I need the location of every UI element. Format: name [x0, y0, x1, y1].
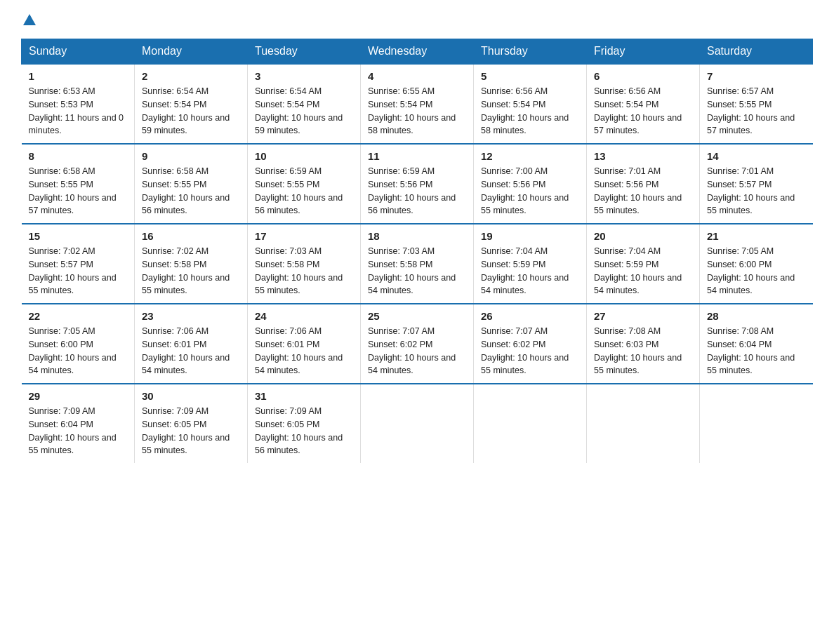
day-cell: 27 Sunrise: 7:08 AMSunset: 6:03 PMDaylig…	[587, 304, 700, 384]
day-number: 1	[29, 70, 128, 82]
day-info: Sunrise: 7:09 AMSunset: 6:05 PMDaylight:…	[255, 406, 343, 455]
day-cell: 4 Sunrise: 6:55 AMSunset: 5:54 PMDayligh…	[361, 64, 474, 144]
day-info: Sunrise: 7:03 AMSunset: 5:58 PMDaylight:…	[255, 246, 343, 295]
day-number: 21	[707, 230, 806, 242]
day-number: 17	[255, 230, 353, 242]
day-cell: 31 Sunrise: 7:09 AMSunset: 6:05 PMDaylig…	[248, 384, 361, 463]
day-cell: 8 Sunrise: 6:58 AMSunset: 5:55 PMDayligh…	[22, 144, 135, 224]
day-cell: 22 Sunrise: 7:05 AMSunset: 6:00 PMDaylig…	[22, 304, 135, 384]
day-cell: 5 Sunrise: 6:56 AMSunset: 5:54 PMDayligh…	[474, 64, 587, 144]
day-info: Sunrise: 7:07 AMSunset: 6:02 PMDaylight:…	[481, 326, 569, 375]
day-cell	[361, 384, 474, 463]
day-number: 19	[481, 230, 579, 242]
day-cell: 25 Sunrise: 7:07 AMSunset: 6:02 PMDaylig…	[361, 304, 474, 384]
day-cell: 9 Sunrise: 6:58 AMSunset: 5:55 PMDayligh…	[135, 144, 248, 224]
day-info: Sunrise: 7:05 AMSunset: 6:00 PMDaylight:…	[707, 246, 795, 295]
day-info: Sunrise: 6:58 AMSunset: 5:55 PMDaylight:…	[29, 166, 117, 215]
day-number: 6	[594, 70, 692, 82]
day-cell: 24 Sunrise: 7:06 AMSunset: 6:01 PMDaylig…	[248, 304, 361, 384]
col-header-thursday: Thursday	[474, 39, 587, 65]
day-cell: 20 Sunrise: 7:04 AMSunset: 5:59 PMDaylig…	[587, 224, 700, 304]
day-info: Sunrise: 7:08 AMSunset: 6:04 PMDaylight:…	[707, 326, 795, 375]
day-number: 29	[29, 390, 128, 402]
day-number: 8	[29, 150, 128, 162]
day-number: 26	[481, 310, 579, 322]
day-cell: 14 Sunrise: 7:01 AMSunset: 5:57 PMDaylig…	[700, 144, 813, 224]
day-number: 23	[142, 310, 240, 322]
day-cell: 17 Sunrise: 7:03 AMSunset: 5:58 PMDaylig…	[248, 224, 361, 304]
day-number: 14	[707, 150, 806, 162]
day-cell: 18 Sunrise: 7:03 AMSunset: 5:58 PMDaylig…	[361, 224, 474, 304]
day-number: 7	[707, 70, 806, 82]
day-number: 27	[594, 310, 692, 322]
day-info: Sunrise: 6:59 AMSunset: 5:55 PMDaylight:…	[255, 166, 343, 215]
col-header-friday: Friday	[587, 39, 700, 65]
day-number: 24	[255, 310, 353, 322]
day-number: 30	[142, 390, 240, 402]
day-info: Sunrise: 7:07 AMSunset: 6:02 PMDaylight:…	[368, 326, 456, 375]
week-row-4: 22 Sunrise: 7:05 AMSunset: 6:00 PMDaylig…	[22, 304, 813, 384]
day-number: 5	[481, 70, 579, 82]
week-row-1: 1 Sunrise: 6:53 AMSunset: 5:53 PMDayligh…	[22, 64, 813, 144]
day-number: 11	[368, 150, 466, 162]
page-header	[21, 14, 813, 26]
day-cell: 15 Sunrise: 7:02 AMSunset: 5:57 PMDaylig…	[22, 224, 135, 304]
day-info: Sunrise: 6:54 AMSunset: 5:54 PMDaylight:…	[142, 86, 230, 135]
day-number: 18	[368, 230, 466, 242]
day-number: 4	[368, 70, 466, 82]
day-number: 12	[481, 150, 579, 162]
day-info: Sunrise: 7:08 AMSunset: 6:03 PMDaylight:…	[594, 326, 682, 375]
day-info: Sunrise: 7:06 AMSunset: 6:01 PMDaylight:…	[142, 326, 230, 375]
day-number: 25	[368, 310, 466, 322]
week-row-5: 29 Sunrise: 7:09 AMSunset: 6:04 PMDaylig…	[22, 384, 813, 463]
day-info: Sunrise: 7:03 AMSunset: 5:58 PMDaylight:…	[368, 246, 456, 295]
col-header-tuesday: Tuesday	[248, 39, 361, 65]
day-number: 31	[255, 390, 353, 402]
day-info: Sunrise: 7:01 AMSunset: 5:57 PMDaylight:…	[707, 166, 795, 215]
calendar-table: SundayMondayTuesdayWednesdayThursdayFrid…	[21, 39, 813, 463]
day-cell	[700, 384, 813, 463]
day-cell: 16 Sunrise: 7:02 AMSunset: 5:58 PMDaylig…	[135, 224, 248, 304]
day-cell: 28 Sunrise: 7:08 AMSunset: 6:04 PMDaylig…	[700, 304, 813, 384]
day-info: Sunrise: 7:06 AMSunset: 6:01 PMDaylight:…	[255, 326, 343, 375]
logo-icon	[21, 14, 36, 26]
day-cell: 11 Sunrise: 6:59 AMSunset: 5:56 PMDaylig…	[361, 144, 474, 224]
day-number: 28	[707, 310, 806, 322]
col-header-saturday: Saturday	[700, 39, 813, 65]
day-cell	[474, 384, 587, 463]
day-cell: 26 Sunrise: 7:07 AMSunset: 6:02 PMDaylig…	[474, 304, 587, 384]
day-info: Sunrise: 6:54 AMSunset: 5:54 PMDaylight:…	[255, 86, 343, 135]
day-cell: 6 Sunrise: 6:56 AMSunset: 5:54 PMDayligh…	[587, 64, 700, 144]
col-header-wednesday: Wednesday	[361, 39, 474, 65]
logo	[21, 14, 36, 26]
col-header-sunday: Sunday	[22, 39, 135, 65]
day-info: Sunrise: 6:53 AMSunset: 5:53 PMDaylight:…	[29, 86, 124, 135]
day-info: Sunrise: 6:55 AMSunset: 5:54 PMDaylight:…	[368, 86, 456, 135]
day-cell: 2 Sunrise: 6:54 AMSunset: 5:54 PMDayligh…	[135, 64, 248, 144]
col-header-monday: Monday	[135, 39, 248, 65]
day-info: Sunrise: 7:09 AMSunset: 6:04 PMDaylight:…	[29, 406, 117, 455]
day-info: Sunrise: 7:04 AMSunset: 5:59 PMDaylight:…	[594, 246, 682, 295]
day-cell: 23 Sunrise: 7:06 AMSunset: 6:01 PMDaylig…	[135, 304, 248, 384]
day-cell: 3 Sunrise: 6:54 AMSunset: 5:54 PMDayligh…	[248, 64, 361, 144]
day-number: 16	[142, 230, 240, 242]
day-info: Sunrise: 6:56 AMSunset: 5:54 PMDaylight:…	[594, 86, 682, 135]
day-info: Sunrise: 7:00 AMSunset: 5:56 PMDaylight:…	[481, 166, 569, 215]
day-cell: 21 Sunrise: 7:05 AMSunset: 6:00 PMDaylig…	[700, 224, 813, 304]
day-number: 15	[29, 230, 128, 242]
day-info: Sunrise: 6:57 AMSunset: 5:55 PMDaylight:…	[707, 86, 795, 135]
day-info: Sunrise: 7:01 AMSunset: 5:56 PMDaylight:…	[594, 166, 682, 215]
day-info: Sunrise: 7:05 AMSunset: 6:00 PMDaylight:…	[29, 326, 117, 375]
day-number: 3	[255, 70, 353, 82]
day-cell: 13 Sunrise: 7:01 AMSunset: 5:56 PMDaylig…	[587, 144, 700, 224]
day-info: Sunrise: 7:02 AMSunset: 5:58 PMDaylight:…	[142, 246, 230, 295]
week-row-3: 15 Sunrise: 7:02 AMSunset: 5:57 PMDaylig…	[22, 224, 813, 304]
day-number: 22	[29, 310, 128, 322]
day-cell: 12 Sunrise: 7:00 AMSunset: 5:56 PMDaylig…	[474, 144, 587, 224]
day-number: 10	[255, 150, 353, 162]
day-number: 13	[594, 150, 692, 162]
day-cell	[587, 384, 700, 463]
day-cell: 1 Sunrise: 6:53 AMSunset: 5:53 PMDayligh…	[22, 64, 135, 144]
day-info: Sunrise: 7:02 AMSunset: 5:57 PMDaylight:…	[29, 246, 117, 295]
day-info: Sunrise: 6:58 AMSunset: 5:55 PMDaylight:…	[142, 166, 230, 215]
